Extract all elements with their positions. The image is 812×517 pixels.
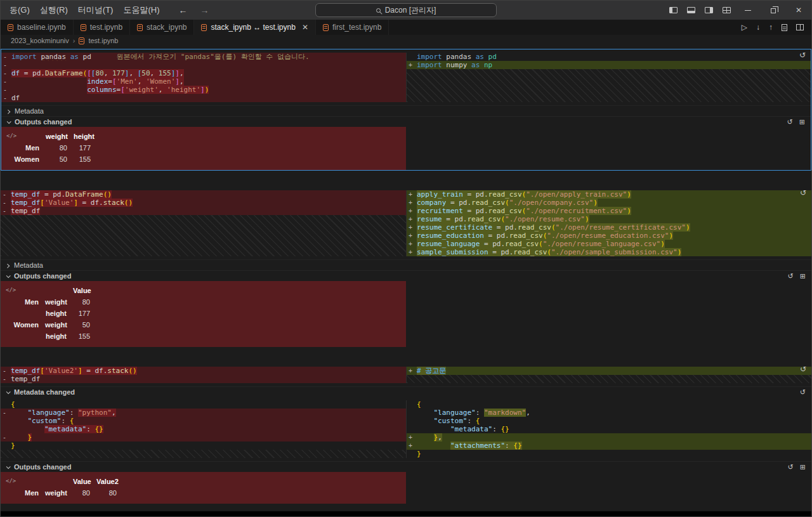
diff-pane-right[interactable]: import pandas as pd+import numpy as np: [406, 53, 811, 102]
code-line[interactable]: +apply_train = pd.read_csv("./open/apply…: [407, 190, 811, 199]
menu-item[interactable]: 실행(R): [35, 4, 73, 16]
dataframe-cell: weight: [45, 296, 73, 308]
code-line[interactable]: -: [1, 61, 406, 69]
code-line[interactable]: +company = pd.read_csv("./open/company.c…: [407, 199, 811, 207]
tab-label: baseline.ipynb: [17, 23, 66, 32]
minimize-icon[interactable]: [735, 1, 761, 20]
chevron-right-icon[interactable]: [5, 263, 10, 268]
split-editor-icon[interactable]: [796, 24, 804, 30]
close-icon[interactable]: ✕: [786, 1, 811, 20]
code-line[interactable]: }: [1, 442, 406, 450]
code-line[interactable]: - index=['Men', 'Women'],: [1, 77, 406, 86]
chevron-down-icon[interactable]: [6, 389, 11, 394]
diff-pane-right[interactable]: { "language": "markdown", "custom": { "m…: [406, 400, 811, 458]
code-line[interactable]: "custom": {: [1, 417, 406, 425]
section-outputs-changed[interactable]: Outputs changed↺⊞: [1, 116, 811, 127]
section-icons: ↺⊞: [788, 464, 806, 471]
code-line[interactable]: +sample_submission = pd.read_csv("./open…: [407, 248, 811, 256]
code-line[interactable]: -df: [1, 94, 406, 102]
chevron-down-icon[interactable]: [6, 464, 11, 469]
code-line[interactable]: +import numpy as np: [407, 61, 811, 69]
diff-removed-marker: -: [3, 190, 10, 199]
revert-icon[interactable]: ↺: [800, 365, 806, 373]
command-center-search[interactable]: Dacon [관리자]: [315, 3, 497, 17]
open-file-icon[interactable]: [782, 24, 787, 31]
close-icon[interactable]: ✕: [302, 23, 308, 31]
section-metadata[interactable]: Metadata: [1, 259, 811, 270]
history-nav: ← →: [178, 5, 209, 15]
breadcrumb-folder[interactable]: 2023_kookminuniv: [11, 37, 69, 44]
code-line[interactable]: -temp_df: [1, 375, 406, 383]
tab-baseline-ipynb[interactable]: baseline.ipynb: [1, 20, 74, 35]
code-line[interactable]: - "language": "python",: [1, 409, 406, 417]
tab-stack-ipynb[interactable]: stack_ipynb: [130, 20, 194, 35]
code-line[interactable]: -df = pd.DataFrame([[80, 177], [50, 155]…: [1, 69, 406, 77]
menu-item[interactable]: 동(G): [4, 4, 35, 16]
table-icon[interactable]: ⊞: [799, 119, 805, 126]
code-line[interactable]: {: [1, 400, 406, 409]
breadcrumb-file[interactable]: test.ipynb: [88, 37, 118, 44]
code-line[interactable]: -import pandas as pd 원본에서 가져오기 "pandas"을…: [1, 53, 406, 61]
diff-pane-left[interactable]: {- "language": "python", "custom": { "me…: [1, 400, 406, 458]
tab-test-ipynb[interactable]: test.ipynb: [74, 20, 130, 35]
diff-pane-left[interactable]: -temp_df = pd.DataFrame()-temp_df['Value…: [1, 190, 406, 256]
section-outputs-changed[interactable]: Outputs changed↺⊞: [1, 270, 811, 281]
revert-icon[interactable]: ↺: [788, 273, 794, 280]
code-line[interactable]: import pandas as pd: [407, 53, 811, 61]
tab-first-test-ipynb[interactable]: first_test.ipynb: [316, 20, 389, 35]
section-metadata[interactable]: Metadata: [1, 105, 811, 116]
layout-sidebar-right-icon[interactable]: [700, 1, 717, 20]
revert-icon[interactable]: ↺: [787, 119, 793, 126]
code-line[interactable]: +resume_certificate = pd.read_csv("./ope…: [407, 223, 811, 232]
restore-glyph: [771, 8, 776, 13]
code-line[interactable]: "language": "markdown",: [407, 409, 811, 417]
code-line[interactable]: -temp_df['Value2'] = df.stack(): [1, 367, 406, 375]
code-line[interactable]: +# 공고문: [407, 367, 811, 375]
code-line[interactable]: "custom": {: [407, 417, 811, 425]
tab-stack-ipynb-test-ipynb[interactable]: stack_ipynb ↔ test.ipynb✕: [194, 20, 315, 35]
customize-layout-icon[interactable]: [717, 1, 735, 20]
chevron-down-icon[interactable]: [6, 273, 11, 278]
arrow-down-icon[interactable]: ↓: [756, 23, 760, 31]
code-line[interactable]: "metadata": {}: [1, 425, 406, 433]
code-line[interactable]: +resume = pd.read_csv("./open/resume.csv…: [407, 215, 811, 223]
code-line[interactable]: {: [407, 400, 811, 409]
run-all-icon[interactable]: ▷: [742, 23, 747, 31]
chevron-right-icon[interactable]: [6, 109, 10, 114]
section-outputs-changed[interactable]: Outputs changed↺⊞: [1, 461, 811, 472]
menu-item[interactable]: 도움말(H): [118, 4, 164, 16]
code-line[interactable]: "metadata": {}: [407, 425, 811, 433]
code-line[interactable]: + "attachments": {}: [407, 442, 811, 450]
menu-item[interactable]: 터미널(T): [73, 4, 119, 16]
code-line[interactable]: +resume_education = pd.read_csv("./open/…: [407, 232, 811, 240]
diff-pane-left[interactable]: -temp_df['Value2'] = df.stack()-temp_df: [1, 367, 406, 383]
code-line[interactable]: + },: [407, 433, 811, 442]
diff-pane-right[interactable]: +apply_train = pd.read_csv("./open/apply…: [406, 190, 811, 256]
diff-pane-left[interactable]: -import pandas as pd 원본에서 가져오기 "pandas"을…: [1, 53, 406, 102]
revert-icon[interactable]: ↺: [788, 464, 794, 471]
arrow-up-icon[interactable]: ↑: [769, 23, 773, 31]
code-line[interactable]: -temp_df: [1, 207, 406, 215]
section-metadata-changed[interactable]: Metadata changed↺: [1, 386, 811, 397]
chevron-down-icon[interactable]: [7, 119, 11, 124]
revert-icon[interactable]: ↺: [800, 189, 806, 197]
table-icon[interactable]: ⊞: [800, 464, 806, 471]
forward-icon[interactable]: →: [200, 5, 209, 15]
code-line[interactable]: - columns=['weight', 'height']): [1, 86, 406, 94]
restore-icon[interactable]: [761, 1, 786, 20]
revert-icon[interactable]: ↺: [799, 51, 806, 59]
code-line[interactable]: - }: [1, 433, 406, 442]
back-icon[interactable]: ←: [178, 5, 187, 15]
tab-label: test.ipynb: [90, 23, 122, 32]
diff-added-marker: +: [409, 223, 416, 232]
code-line[interactable]: +resume_language = pd.read_csv("./open/r…: [407, 240, 811, 248]
table-icon[interactable]: ⊞: [800, 273, 806, 280]
code-line[interactable]: }: [407, 450, 811, 458]
revert-icon[interactable]: ↺: [800, 389, 806, 396]
code-line[interactable]: -temp_df['Value'] = df.stack(): [1, 199, 406, 207]
code-line[interactable]: -temp_df = pd.DataFrame(): [1, 190, 406, 199]
diff-pane-right[interactable]: +# 공고문: [406, 367, 811, 383]
layout-sidebar-left-icon[interactable]: [664, 1, 682, 20]
code-line[interactable]: +recruitment = pd.read_csv("./open/recru…: [407, 207, 811, 215]
layout-panel-icon[interactable]: [682, 1, 700, 20]
